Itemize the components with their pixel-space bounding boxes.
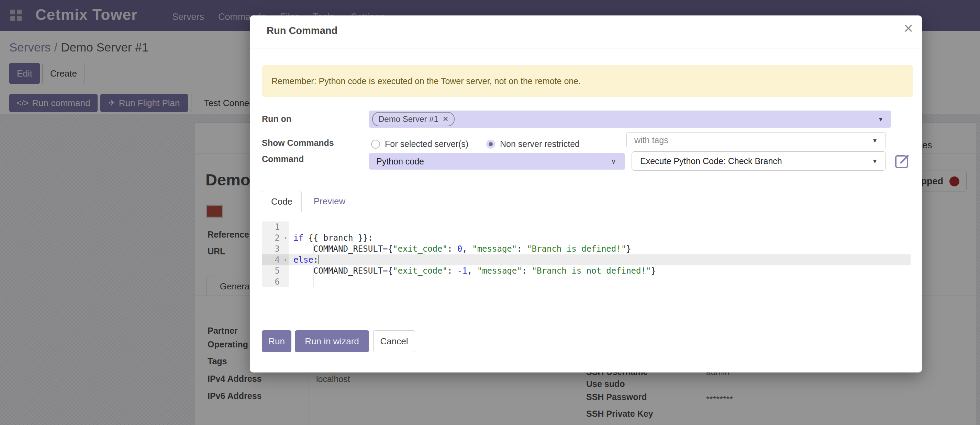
modal-title: Run Command [267, 25, 337, 36]
chevron-down-icon: ▾ [879, 115, 882, 123]
editor-line: 3 COMMAND_RESULT={"exit_code": 0, "messa… [262, 243, 911, 254]
cancel-button[interactable]: Cancel [373, 330, 415, 352]
editor-line-number: 6 [262, 276, 289, 287]
editor-line-number: 5 [262, 265, 289, 276]
with-tags-select[interactable]: with tags ▾ [627, 132, 886, 148]
indent-guide [333, 277, 333, 287]
radio-option-selected-servers[interactable]: For selected server(s) [371, 139, 468, 149]
radio-label[interactable]: Non server restricted [500, 139, 580, 149]
command-reference-select[interactable]: Execute Python Code: Check Branch ▾ [632, 151, 886, 171]
editor-code-line [289, 221, 911, 232]
editor-line-number: 3 [262, 243, 289, 254]
chevron-down-icon: ▾ [873, 157, 877, 165]
radio-label[interactable]: For selected server(s) [385, 139, 468, 149]
show-commands-label: Show Commands [262, 138, 334, 148]
run-on-label: Run on [262, 114, 291, 124]
editor-code-line: if {{ branch }}: [289, 232, 911, 243]
text-cursor [318, 255, 319, 264]
tabbar-border [262, 212, 910, 212]
server-tag-label: Demo Server #1 [378, 114, 439, 124]
editor-code-line [289, 276, 911, 287]
fold-caret-icon[interactable]: ▾ [284, 254, 287, 265]
editor-line-number: 1 [262, 221, 289, 232]
radio-icon[interactable] [486, 140, 495, 149]
tab-preview[interactable]: Preview [302, 191, 357, 212]
command-label: Command [262, 154, 304, 164]
code-editor[interactable]: 12▾if {{ branch }}:3 COMMAND_RESULT={"ex… [262, 221, 911, 289]
radio-icon[interactable] [371, 140, 380, 149]
server-tag[interactable]: Demo Server #1 ✕ [372, 112, 455, 126]
warning-text: Remember: Python code is executed on the… [272, 76, 581, 86]
editor-line-number: 4▾ [262, 254, 289, 265]
radio-option-non-server-restricted[interactable]: Non server restricted [486, 139, 580, 149]
close-icon[interactable]: × [904, 20, 913, 36]
tag-remove-icon[interactable]: ✕ [442, 115, 449, 123]
command-type-select[interactable]: Python code ∨ [369, 153, 625, 170]
indent-guide [313, 277, 314, 287]
editor-line: 1 [262, 221, 911, 232]
run-on-select[interactable]: Demo Server #1 ✕ ▾ [369, 111, 891, 128]
editor-line-number: 2▾ [262, 232, 289, 243]
editor-line: 2▾if {{ branch }}: [262, 232, 911, 243]
editor-line: 4▾else: [262, 254, 911, 265]
with-tags-placeholder: with tags [634, 135, 668, 145]
editor-line: 6 [262, 276, 911, 287]
chevron-down-icon: ∨ [611, 157, 616, 165]
run-button[interactable]: Run [262, 330, 291, 352]
tab-code[interactable]: Code [262, 191, 302, 212]
command-type-value: Python code [376, 157, 424, 167]
warning-banner: Remember: Python code is executed on the… [262, 65, 913, 97]
editor-line: 5 COMMAND_RESULT={"exit_code": -1, "mess… [262, 265, 911, 276]
editor-code-line: else: [289, 254, 911, 265]
indent-guide [313, 244, 314, 254]
chevron-down-icon: ▾ [873, 136, 877, 144]
command-reference-value: Execute Python Code: Check Branch [640, 156, 782, 166]
external-link-icon[interactable] [894, 154, 910, 170]
editor-code-line: COMMAND_RESULT={"exit_code": -1, "messag… [289, 265, 911, 276]
form-column-separator [355, 109, 355, 175]
screen: Cetmix Tower Servers Commands Files Tool… [0, 0, 980, 425]
fold-caret-icon[interactable]: ▾ [284, 232, 287, 243]
modal-header-divider [250, 48, 922, 48]
editor-code-line: COMMAND_RESULT={"exit_code": 0, "message… [289, 243, 911, 254]
indent-guide [313, 266, 314, 276]
run-in-wizard-button[interactable]: Run in wizard [295, 330, 369, 352]
run-command-modal: Run Command × Remember: Python code is e… [250, 16, 922, 373]
